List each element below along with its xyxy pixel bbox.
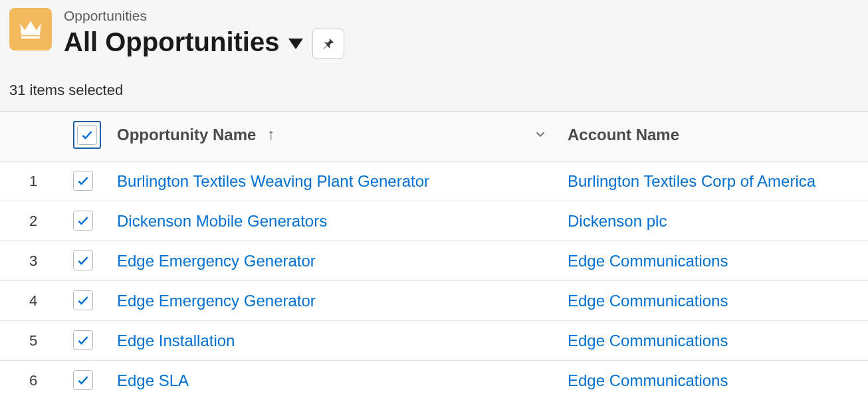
checkmark-icon — [76, 373, 90, 387]
opportunity-link[interactable]: Edge SLA — [117, 371, 189, 389]
sort-ascending-icon: ↑ — [267, 125, 275, 144]
row-checkbox[interactable] — [73, 290, 93, 310]
opportunity-name-cell: Burlington Textiles Weaving Plant Genera… — [110, 161, 561, 201]
row-checkbox[interactable] — [73, 171, 93, 191]
object-label: Opportunities — [64, 8, 344, 23]
table-row: 6Edge SLAEdge Communications — [0, 361, 868, 400]
pin-list-button[interactable] — [312, 29, 344, 59]
column-header-opportunity-name[interactable]: Opportunity Name ↑ — [110, 112, 561, 161]
table-row: 5Edge InstallationEdge Communications — [0, 321, 868, 361]
checkmark-icon — [76, 334, 90, 347]
view-row: All Opportunities — [64, 25, 344, 59]
select-all-checkbox[interactable] — [77, 125, 97, 145]
svg-rect-0 — [21, 37, 40, 39]
row-number: 6 — [0, 361, 66, 400]
opportunity-link[interactable]: Edge Installation — [117, 332, 235, 350]
opportunities-table: Opportunity Name ↑ Account Name 1Burling… — [0, 111, 868, 400]
row-checkbox[interactable] — [73, 211, 93, 231]
account-name-cell: Edge Communications — [561, 361, 868, 400]
checkmark-icon — [76, 254, 90, 267]
row-checkbox[interactable] — [73, 370, 93, 390]
account-name-cell: Burlington Textiles Corp of America — [561, 161, 868, 201]
row-number: 1 — [0, 161, 66, 201]
caret-down-icon — [288, 39, 303, 49]
account-name-cell: Dickenson plc — [561, 201, 868, 241]
column-label: Account Name — [568, 126, 679, 144]
opportunity-crown-icon — [9, 8, 52, 50]
table-row: 2Dickenson Mobile GeneratorsDickenson pl… — [0, 201, 868, 241]
account-link[interactable]: Edge Communications — [568, 371, 728, 389]
selection-status: 31 items selected — [9, 82, 859, 99]
pin-icon — [321, 37, 336, 51]
row-checkbox[interactable] — [73, 330, 93, 350]
table-header-row: Opportunity Name ↑ Account Name — [0, 112, 868, 161]
row-number: 5 — [0, 321, 66, 361]
opportunity-name-cell: Edge Installation — [110, 321, 561, 361]
header-top-row: Opportunities All Opportunities — [9, 8, 859, 59]
chevron-down-icon — [533, 127, 548, 142]
account-link[interactable]: Edge Communications — [568, 332, 728, 350]
opportunity-link[interactable]: Edge Emergency Generator — [117, 252, 316, 270]
row-number: 2 — [0, 201, 66, 241]
account-link[interactable]: Dickenson plc — [568, 212, 667, 230]
row-select-cell — [66, 281, 110, 321]
opportunity-name-cell: Edge SLA — [110, 361, 561, 400]
opportunity-name-cell: Dickenson Mobile Generators — [110, 201, 561, 241]
row-select-cell — [66, 161, 110, 201]
row-checkbox[interactable] — [73, 250, 93, 270]
opportunity-link[interactable]: Burlington Textiles Weaving Plant Genera… — [117, 172, 429, 190]
row-number: 4 — [0, 281, 66, 321]
opportunity-link[interactable]: Edge Emergency Generator — [117, 292, 316, 310]
column-header-account-name[interactable]: Account Name — [561, 112, 868, 161]
checkmark-icon — [80, 128, 94, 142]
opportunity-name-cell: Edge Emergency Generator — [110, 241, 561, 281]
checkmark-icon — [76, 294, 90, 307]
row-number: 3 — [0, 241, 66, 281]
table-row: 4Edge Emergency GeneratorEdge Communicat… — [0, 281, 868, 321]
account-name-cell: Edge Communications — [561, 281, 868, 321]
account-link[interactable]: Edge Communications — [568, 292, 728, 310]
list-view-switcher[interactable]: All Opportunities — [64, 27, 303, 56]
table-row: 3Edge Emergency GeneratorEdge Communicat… — [0, 241, 868, 281]
checkmark-icon — [76, 174, 90, 187]
title-block: Opportunities All Opportunities — [64, 8, 344, 59]
row-select-cell — [66, 321, 110, 361]
column-header-select-all — [66, 112, 110, 161]
opportunity-name-cell: Edge Emergency Generator — [110, 281, 561, 321]
checkmark-icon — [76, 214, 90, 227]
account-name-cell: Edge Communications — [561, 321, 868, 361]
select-all-focus-ring — [73, 121, 101, 149]
account-link[interactable]: Burlington Textiles Corp of America — [568, 172, 815, 190]
account-name-cell: Edge Communications — [561, 241, 868, 281]
row-select-cell — [66, 201, 110, 241]
account-link[interactable]: Edge Communications — [568, 252, 728, 270]
row-select-cell — [66, 361, 110, 400]
view-title-text: All Opportunities — [64, 27, 279, 56]
column-menu-button[interactable] — [533, 127, 548, 146]
column-header-row-number — [0, 112, 66, 161]
opportunity-link[interactable]: Dickenson Mobile Generators — [117, 212, 327, 230]
row-select-cell — [66, 241, 110, 281]
list-header: Opportunities All Opportunities 31 items… — [0, 0, 868, 111]
column-label: Opportunity Name — [117, 126, 256, 144]
table-row: 1Burlington Textiles Weaving Plant Gener… — [0, 161, 868, 201]
